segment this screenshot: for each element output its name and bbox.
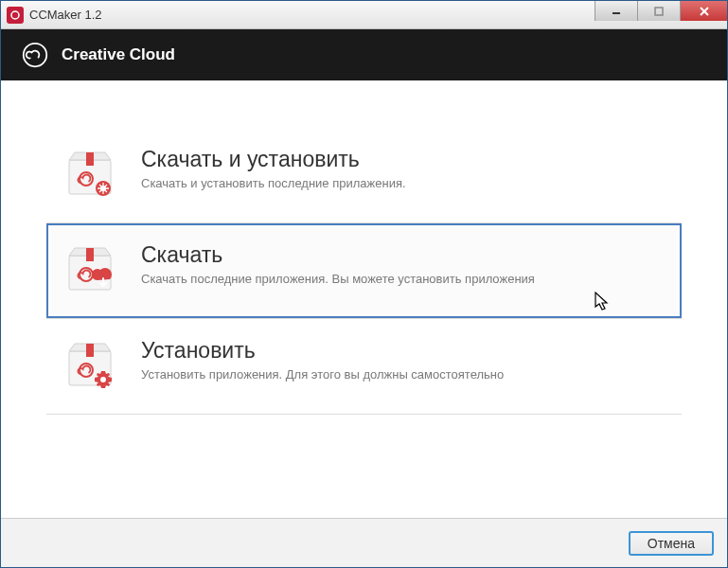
svg-rect-18 [86, 344, 94, 357]
close-button[interactable] [680, 1, 727, 21]
window-title: CCMaker 1.2 [29, 8, 102, 22]
svg-rect-2 [655, 8, 663, 15]
divider [46, 414, 682, 415]
option-title: Скачать [141, 242, 663, 268]
svg-point-20 [100, 377, 106, 382]
box-gear-icon [63, 147, 116, 200]
svg-rect-8 [86, 152, 94, 166]
option-title: Установить [141, 338, 663, 364]
app-window: CCMaker 1.2 Creative Cloud [0, 0, 728, 568]
svg-point-0 [11, 11, 19, 19]
creative-cloud-icon [22, 42, 48, 68]
app-icon [7, 7, 24, 24]
option-title: Скачать и установить [141, 147, 663, 172]
box-download-icon [63, 242, 116, 295]
option-desc: Скачать и установить последние прилажени… [141, 176, 663, 192]
minimize-button[interactable] [595, 1, 637, 21]
titlebar[interactable]: CCMaker 1.2 [1, 1, 727, 29]
svg-rect-14 [86, 248, 94, 261]
maximize-button[interactable] [637, 1, 680, 21]
option-install[interactable]: Установить Установить приложения. Для эт… [46, 319, 682, 414]
content-area: Скачать и установить Скачать и установит… [1, 80, 727, 518]
option-desc: Скачать последние приложения. Вы можете … [141, 272, 663, 288]
window-controls [595, 1, 727, 21]
cancel-button[interactable]: Отмена [629, 531, 714, 556]
footer-bar: Отмена [1, 518, 727, 567]
svg-point-11 [100, 186, 106, 191]
header-bar: Creative Cloud [1, 29, 727, 80]
option-desc: Установить приложения. Для этого вы долж… [141, 367, 663, 383]
header-title: Creative Cloud [62, 45, 175, 64]
option-download[interactable]: Скачать Скачать последние приложения. Вы… [46, 223, 682, 318]
option-download-install[interactable]: Скачать и установить Скачать и установит… [46, 130, 682, 222]
box-cog-icon [63, 338, 116, 391]
